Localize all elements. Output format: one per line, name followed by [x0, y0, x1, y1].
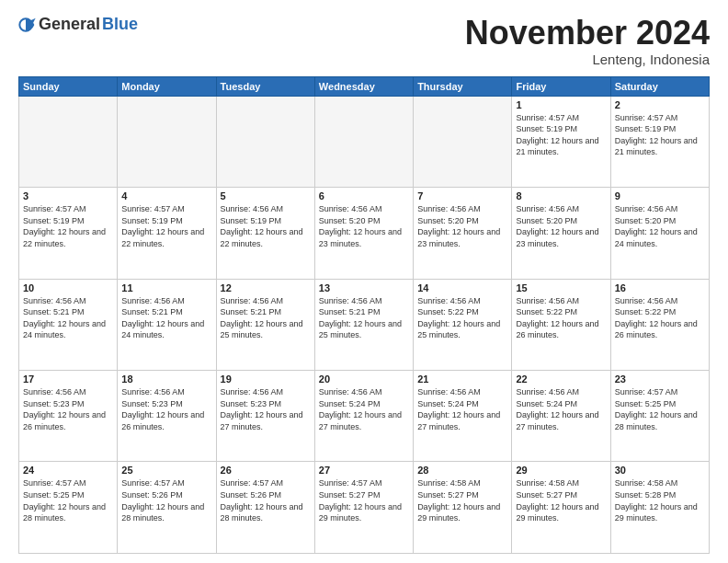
- day-info: Sunrise: 4:57 AMSunset: 5:27 PMDaylight:…: [319, 477, 409, 523]
- day-number: 24: [23, 465, 113, 476]
- day-info: Sunrise: 4:57 AMSunset: 5:19 PMDaylight:…: [615, 112, 705, 158]
- day-number: 1: [516, 99, 606, 110]
- day-cell: 11Sunrise: 4:56 AMSunset: 5:21 PMDayligh…: [118, 279, 216, 370]
- calendar-header-row: SundayMondayTuesdayWednesdayThursdayFrid…: [19, 76, 710, 96]
- day-info: Sunrise: 4:56 AMSunset: 5:20 PMDaylight:…: [615, 203, 705, 249]
- day-info: Sunrise: 4:57 AMSunset: 5:19 PMDaylight:…: [23, 203, 113, 249]
- day-cell: 10Sunrise: 4:56 AMSunset: 5:21 PMDayligh…: [19, 279, 118, 370]
- day-cell: 3Sunrise: 4:57 AMSunset: 5:19 PMDaylight…: [19, 188, 118, 279]
- day-number: 22: [516, 373, 606, 385]
- day-cell: 21Sunrise: 4:56 AMSunset: 5:24 PMDayligh…: [414, 371, 512, 462]
- day-info: Sunrise: 4:56 AMSunset: 5:24 PMDaylight:…: [516, 386, 606, 432]
- day-cell: 17Sunrise: 4:56 AMSunset: 5:23 PMDayligh…: [19, 371, 118, 462]
- day-cell: 20Sunrise: 4:56 AMSunset: 5:24 PMDayligh…: [314, 371, 413, 462]
- day-number: 18: [121, 373, 211, 385]
- day-info: Sunrise: 4:56 AMSunset: 5:20 PMDaylight:…: [319, 203, 409, 249]
- day-info: Sunrise: 4:56 AMSunset: 5:23 PMDaylight:…: [221, 386, 311, 432]
- logo-general: General: [39, 15, 100, 34]
- day-number: 19: [221, 373, 311, 385]
- col-header-saturday: Saturday: [610, 76, 709, 96]
- col-header-tuesday: Tuesday: [216, 76, 314, 96]
- day-info: Sunrise: 4:56 AMSunset: 5:21 PMDaylight:…: [319, 295, 409, 341]
- title-area: November 2024 Lenteng, Indonesia: [465, 15, 710, 67]
- day-cell: 23Sunrise: 4:57 AMSunset: 5:25 PMDayligh…: [610, 371, 709, 462]
- day-number: 26: [221, 465, 311, 476]
- day-cell: 9Sunrise: 4:56 AMSunset: 5:20 PMDaylight…: [610, 188, 709, 279]
- logo: GeneralBlue: [18, 15, 138, 34]
- day-number: 20: [319, 373, 409, 385]
- week-row-2: 3Sunrise: 4:57 AMSunset: 5:19 PMDaylight…: [19, 188, 710, 279]
- day-info: Sunrise: 4:57 AMSunset: 5:26 PMDaylight:…: [221, 477, 311, 523]
- day-info: Sunrise: 4:56 AMSunset: 5:21 PMDaylight:…: [221, 295, 311, 341]
- page: GeneralBlue November 2024 Lenteng, Indon…: [0, 0, 728, 563]
- day-cell: [118, 96, 216, 187]
- day-cell: [19, 96, 118, 187]
- day-info: Sunrise: 4:56 AMSunset: 5:20 PMDaylight:…: [417, 203, 507, 249]
- day-number: 11: [121, 282, 211, 293]
- day-info: Sunrise: 4:58 AMSunset: 5:28 PMDaylight:…: [615, 477, 705, 523]
- day-info: Sunrise: 4:56 AMSunset: 5:23 PMDaylight:…: [23, 386, 113, 432]
- day-number: 29: [516, 465, 606, 476]
- day-cell: 25Sunrise: 4:57 AMSunset: 5:26 PMDayligh…: [118, 462, 216, 554]
- day-number: 30: [615, 465, 705, 476]
- day-cell: 13Sunrise: 4:56 AMSunset: 5:21 PMDayligh…: [314, 279, 413, 370]
- header: GeneralBlue November 2024 Lenteng, Indon…: [18, 15, 710, 67]
- week-row-1: 1Sunrise: 4:57 AMSunset: 5:19 PMDaylight…: [19, 96, 710, 187]
- day-info: Sunrise: 4:56 AMSunset: 5:24 PMDaylight:…: [417, 386, 507, 432]
- day-cell: 30Sunrise: 4:58 AMSunset: 5:28 PMDayligh…: [610, 462, 709, 554]
- day-cell: 6Sunrise: 4:56 AMSunset: 5:20 PMDaylight…: [314, 188, 413, 279]
- day-cell: 14Sunrise: 4:56 AMSunset: 5:22 PMDayligh…: [414, 279, 512, 370]
- day-number: 12: [221, 282, 311, 293]
- day-info: Sunrise: 4:57 AMSunset: 5:26 PMDaylight:…: [121, 477, 211, 523]
- week-row-4: 17Sunrise: 4:56 AMSunset: 5:23 PMDayligh…: [19, 371, 710, 462]
- day-cell: 15Sunrise: 4:56 AMSunset: 5:22 PMDayligh…: [512, 279, 610, 370]
- week-row-5: 24Sunrise: 4:57 AMSunset: 5:25 PMDayligh…: [19, 462, 710, 554]
- col-header-friday: Friday: [512, 76, 610, 96]
- calendar: SundayMondayTuesdayWednesdayThursdayFrid…: [18, 76, 710, 554]
- day-cell: 8Sunrise: 4:56 AMSunset: 5:20 PMDaylight…: [512, 188, 610, 279]
- col-header-monday: Monday: [118, 76, 216, 96]
- logo-blue: Blue: [102, 15, 138, 34]
- col-header-sunday: Sunday: [19, 76, 118, 96]
- day-info: Sunrise: 4:56 AMSunset: 5:22 PMDaylight:…: [516, 295, 606, 341]
- day-info: Sunrise: 4:56 AMSunset: 5:21 PMDaylight:…: [121, 295, 211, 341]
- day-number: 27: [319, 465, 409, 476]
- day-cell: 12Sunrise: 4:56 AMSunset: 5:21 PMDayligh…: [216, 279, 314, 370]
- day-number: 4: [121, 190, 211, 201]
- day-cell: 28Sunrise: 4:58 AMSunset: 5:27 PMDayligh…: [414, 462, 512, 554]
- day-cell: [314, 96, 413, 187]
- day-number: 16: [615, 282, 705, 293]
- day-info: Sunrise: 4:58 AMSunset: 5:27 PMDaylight:…: [417, 477, 507, 523]
- day-cell: 5Sunrise: 4:56 AMSunset: 5:19 PMDaylight…: [216, 188, 314, 279]
- day-number: 2: [615, 99, 705, 110]
- day-cell: 19Sunrise: 4:56 AMSunset: 5:23 PMDayligh…: [216, 371, 314, 462]
- day-cell: 22Sunrise: 4:56 AMSunset: 5:24 PMDayligh…: [512, 371, 610, 462]
- day-number: 6: [319, 190, 409, 201]
- day-number: 10: [23, 282, 113, 293]
- day-cell: [414, 96, 512, 187]
- day-number: 9: [615, 190, 705, 201]
- day-cell: [216, 96, 314, 187]
- day-number: 23: [615, 373, 705, 385]
- day-cell: 27Sunrise: 4:57 AMSunset: 5:27 PMDayligh…: [314, 462, 413, 554]
- day-number: 21: [417, 373, 507, 385]
- day-info: Sunrise: 4:57 AMSunset: 5:25 PMDaylight:…: [23, 477, 113, 523]
- day-cell: 4Sunrise: 4:57 AMSunset: 5:19 PMDaylight…: [118, 188, 216, 279]
- logo-area: GeneralBlue: [18, 15, 138, 34]
- day-cell: 26Sunrise: 4:57 AMSunset: 5:26 PMDayligh…: [216, 462, 314, 554]
- day-info: Sunrise: 4:56 AMSunset: 5:20 PMDaylight:…: [516, 203, 606, 249]
- week-row-3: 10Sunrise: 4:56 AMSunset: 5:21 PMDayligh…: [19, 279, 710, 370]
- logo-icon: [18, 16, 37, 34]
- day-number: 7: [417, 190, 507, 201]
- day-info: Sunrise: 4:56 AMSunset: 5:22 PMDaylight:…: [417, 295, 507, 341]
- day-info: Sunrise: 4:56 AMSunset: 5:19 PMDaylight:…: [221, 203, 311, 249]
- day-cell: 29Sunrise: 4:58 AMSunset: 5:27 PMDayligh…: [512, 462, 610, 554]
- day-info: Sunrise: 4:56 AMSunset: 5:24 PMDaylight:…: [319, 386, 409, 432]
- day-cell: 24Sunrise: 4:57 AMSunset: 5:25 PMDayligh…: [19, 462, 118, 554]
- day-cell: 16Sunrise: 4:56 AMSunset: 5:22 PMDayligh…: [610, 279, 709, 370]
- day-number: 28: [417, 465, 507, 476]
- day-cell: 18Sunrise: 4:56 AMSunset: 5:23 PMDayligh…: [118, 371, 216, 462]
- day-info: Sunrise: 4:57 AMSunset: 5:19 PMDaylight:…: [121, 203, 211, 249]
- day-info: Sunrise: 4:56 AMSunset: 5:21 PMDaylight:…: [23, 295, 113, 341]
- month-title: November 2024: [465, 15, 710, 52]
